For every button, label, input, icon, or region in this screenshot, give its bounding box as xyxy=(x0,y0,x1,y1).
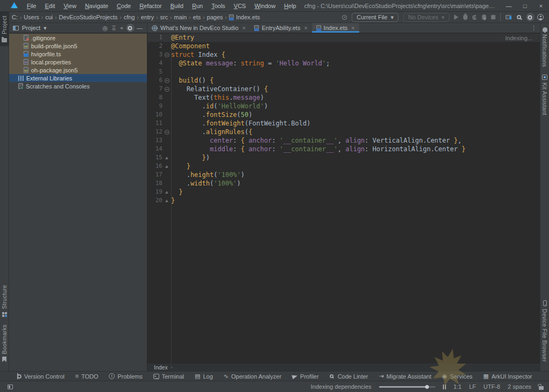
tool-strip-tab-project[interactable]: Project xyxy=(0,12,9,46)
menu-view[interactable]: View xyxy=(60,2,80,10)
breadcrumb-item[interactable]: src xyxy=(160,14,168,20)
menu-window[interactable]: Window xyxy=(251,2,279,10)
run-config-dropdown[interactable]: Current File xyxy=(352,13,398,22)
menu-edit[interactable]: Edit xyxy=(41,2,59,10)
kebab-menu-icon[interactable] xyxy=(528,23,540,33)
tab-close-icon[interactable]: × xyxy=(242,25,246,31)
menu-code[interactable]: Code xyxy=(113,2,135,10)
code-line[interactable]: 19 } xyxy=(147,188,540,196)
account-avatar-icon[interactable] xyxy=(537,14,544,20)
tab-close-icon[interactable]: × xyxy=(351,25,354,31)
indent-setting[interactable]: 2 spaces xyxy=(508,383,531,390)
tool-button-problems[interactable]: Problems xyxy=(109,373,142,380)
search-icon[interactable] xyxy=(517,15,521,19)
code-line[interactable]: 3struct Index { xyxy=(147,50,540,59)
tree-row[interactable]: External Libraries xyxy=(9,74,147,82)
expand-all-icon[interactable] xyxy=(120,25,123,31)
fold-marker[interactable] xyxy=(162,162,171,171)
fold-marker[interactable] xyxy=(162,196,171,205)
menu-help[interactable]: Help xyxy=(280,2,300,10)
file-encoding[interactable]: UTF-8 xyxy=(484,383,500,390)
tool-strip-tab-notifications[interactable]: Notifications xyxy=(540,23,549,71)
tree-row[interactable]: build-profile.json5 xyxy=(9,42,147,50)
editor-tab[interactable]: Index.ets× xyxy=(312,23,359,33)
tool-strip-tab-bookmarks[interactable]: Bookmarks xyxy=(0,321,9,366)
close-button[interactable]: × xyxy=(533,0,549,12)
menu-navigate[interactable]: Navigate xyxy=(81,2,112,10)
tool-strip-tab-structure[interactable]: Structure xyxy=(0,281,9,320)
code-line[interactable]: 9 .id('HelloWorld') xyxy=(147,102,540,110)
breadcrumb-item[interactable]: DevEcoStudioProjects xyxy=(59,14,117,20)
code-line[interactable]: 13 center: { anchor: '__container__', al… xyxy=(147,136,540,145)
tree-row[interactable]: local.properties xyxy=(9,58,147,66)
fold-marker[interactable] xyxy=(162,128,171,136)
debug-icon[interactable] xyxy=(463,14,468,20)
tree-row[interactable]: hvigorfile.ts xyxy=(9,50,147,58)
breadcrumb-node[interactable]: Index xyxy=(154,364,168,371)
caret-position[interactable]: 1:1 xyxy=(454,383,462,390)
menu-file[interactable]: File xyxy=(23,2,40,10)
run-icon[interactable] xyxy=(454,14,458,20)
breadcrumb-item[interactable]: entry xyxy=(141,14,154,20)
stop-icon[interactable] xyxy=(491,15,495,19)
fold-marker[interactable] xyxy=(162,153,171,162)
line-ending[interactable]: LF xyxy=(469,383,476,390)
code-line[interactable]: 14 middle: { anchor: '__container__', al… xyxy=(147,145,540,153)
tool-button-version-control[interactable]: Version Control xyxy=(16,373,64,380)
collapse-all-icon[interactable] xyxy=(112,25,116,31)
breadcrumb-item[interactable]: Users xyxy=(24,14,39,20)
code-line[interactable]: 10 .fontSize(50) xyxy=(147,110,540,119)
tool-button-services[interactable]: Services xyxy=(442,373,473,380)
fold-marker[interactable] xyxy=(162,85,171,93)
breadcrumb-item[interactable]: Index.ets xyxy=(236,14,260,20)
locate-file-icon[interactable] xyxy=(102,25,108,31)
breadcrumb-item[interactable]: C: xyxy=(12,14,18,20)
code-line[interactable]: 7 RelativeContainer() { xyxy=(147,85,540,93)
editor-tab[interactable]: EntryAbility.ets× xyxy=(250,23,311,33)
menu-refactor[interactable]: Refactor xyxy=(136,2,166,10)
editor-tab[interactable]: What's New in DevEco Studio× xyxy=(147,23,250,33)
tool-button-migrate-assistant[interactable]: Migrate Assistant xyxy=(379,373,432,380)
menu-tools[interactable]: Tools xyxy=(207,2,229,10)
code-editor[interactable]: 1@Entry2@Component3struct Index {4 @Stat… xyxy=(147,33,540,364)
code-line[interactable]: 4 @State message: string = 'Hello World'… xyxy=(147,59,540,68)
attach-debugger-icon[interactable] xyxy=(482,14,486,20)
device-manager-icon[interactable] xyxy=(506,15,511,19)
breadcrumb-item[interactable]: main xyxy=(174,14,187,20)
breadcrumb-item[interactable]: ets xyxy=(193,14,201,20)
menu-vcs[interactable]: VCS xyxy=(230,2,250,10)
breadcrumb-item[interactable]: cui xyxy=(45,14,53,20)
tool-strip-tab-device-file-browser[interactable]: Device File Browser xyxy=(540,297,549,366)
code-line[interactable]: 5 xyxy=(147,68,540,76)
tool-button-log[interactable]: Log xyxy=(195,373,213,380)
tool-strip-tab-kit-assistant[interactable]: Kit Assistant xyxy=(540,71,549,119)
tool-button-todo[interactable]: TODO xyxy=(75,373,98,380)
tool-window-toggle-icon[interactable] xyxy=(8,384,13,389)
profile-run-icon[interactable] xyxy=(472,15,477,20)
tree-row[interactable]: oh-package.json5 xyxy=(9,66,147,74)
hide-panel-icon[interactable] xyxy=(137,25,143,31)
code-line[interactable]: 16 } xyxy=(147,162,540,171)
fold-marker[interactable] xyxy=(162,76,171,85)
code-line[interactable]: 17 .height('100%') xyxy=(147,171,540,179)
breadcrumb-item[interactable]: pages xyxy=(207,14,223,20)
fold-marker[interactable] xyxy=(162,50,171,59)
breadcrumb-item[interactable]: cfng xyxy=(124,14,135,20)
code-line[interactable]: 12 .alignRules({ xyxy=(147,128,540,136)
tab-close-icon[interactable]: × xyxy=(304,25,307,31)
tool-button-terminal[interactable]: Terminal xyxy=(153,373,184,380)
code-line[interactable]: 11 .fontWeight(FontWeight.Bold) xyxy=(147,119,540,128)
pause-indexing-icon[interactable] xyxy=(443,384,444,389)
code-line[interactable]: 20} xyxy=(147,196,540,205)
maximize-button[interactable]: □ xyxy=(517,0,533,12)
tree-row[interactable]: .gitignore xyxy=(9,34,147,42)
settings-gear-icon[interactable] xyxy=(528,15,532,20)
code-line[interactable]: 8 Text(this.message) xyxy=(147,93,540,102)
code-line[interactable]: 18 .width('100%') xyxy=(147,179,540,188)
tree-row[interactable]: Scratches and Consoles xyxy=(9,82,147,90)
tool-button-operation-analyzer[interactable]: Operation Analyzer xyxy=(224,373,281,380)
tool-button-profiler[interactable]: Profiler xyxy=(292,373,319,380)
panel-settings-icon[interactable] xyxy=(128,26,132,31)
code-line[interactable]: 15 }) xyxy=(147,153,540,162)
project-panel-title[interactable]: Project xyxy=(22,25,40,31)
